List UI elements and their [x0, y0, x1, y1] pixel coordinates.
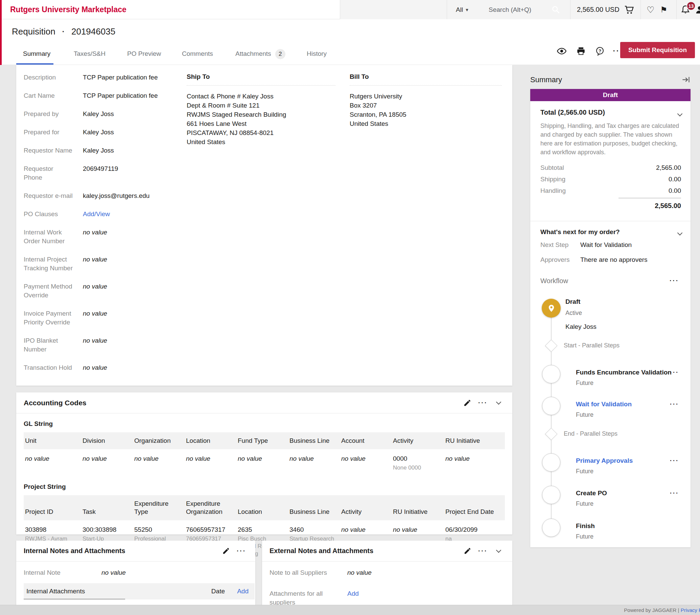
sidebar-summary-header: Summary — [530, 75, 690, 84]
status-badge: Draft — [530, 89, 690, 101]
action-flag-icon[interactable]: ⚑ — [660, 0, 667, 19]
section-divider — [530, 221, 690, 221]
collapse-chevron-icon[interactable] — [493, 546, 503, 556]
workflow-step-more-options-icon[interactable]: ··· — [670, 457, 679, 465]
cart-icon[interactable] — [624, 0, 634, 19]
tab-history[interactable]: History — [307, 44, 327, 65]
ellipsis-glyph: ··· — [670, 490, 679, 496]
accounting-codes-title: Accounting Codes — [24, 399, 457, 407]
field-label: Prepared for — [24, 128, 73, 137]
cart-total[interactable]: 2,565.00 USD — [577, 0, 620, 19]
collapse-panel-arrow-icon[interactable] — [682, 75, 690, 84]
visibility-eye-icon[interactable] — [556, 46, 567, 57]
document-type-label: Requisition — [12, 26, 55, 37]
field-value: 2069497119 — [83, 164, 118, 182]
title-separator: · — [62, 27, 65, 36]
help-icon[interactable]: ? — [595, 46, 605, 57]
page-footer: Powered by JAGGAER | Privacy P — [0, 605, 700, 615]
gl-col-header: Fund Type — [236, 432, 288, 449]
field-value: no value — [83, 336, 107, 354]
workflow-step-more-options-icon[interactable]: ··· — [670, 401, 679, 408]
collapse-chevron-icon[interactable] — [678, 110, 682, 118]
add-attachment-link[interactable]: Add — [225, 588, 249, 595]
gl-cell: no value — [288, 449, 340, 473]
more-options-icon[interactable]: ··· — [478, 546, 488, 556]
sidebar-title: Summary — [530, 75, 682, 84]
user-profile-icon[interactable] — [695, 0, 700, 19]
project-col-header: Expenditure Organization — [185, 495, 236, 520]
internal-notes-title: Internal Notes and Attachments — [24, 547, 215, 555]
suppliers-note-value: no value — [347, 568, 372, 577]
print-icon[interactable] — [576, 46, 586, 57]
project-col-header: Business Line — [288, 495, 340, 520]
task: 300:303898 — [83, 526, 130, 534]
accounting-codes-card: Accounting Codes ··· GL String Unit Divi… — [16, 392, 512, 534]
external-notes-title: External Notes and Attachments — [270, 547, 457, 555]
privacy-policy-link[interactable]: Privacy P — [681, 607, 700, 613]
search-category-label: All — [456, 6, 463, 13]
field-label: Payment Method Override — [24, 282, 73, 300]
internal-note-label: Internal Note — [24, 568, 101, 577]
suppliers-attachments-row: Attachments for all suppliers Add — [262, 577, 512, 607]
search-icon[interactable] — [551, 0, 560, 19]
search-placeholder: Search (Alt+Q) — [489, 6, 531, 13]
field-value: TCP Paper publication fee — [83, 73, 158, 82]
workflow-step-person: Kaley Joss — [565, 323, 597, 331]
project-header-row: Project ID Task Expenditure Type Expendi… — [24, 495, 505, 520]
tab-po-preview[interactable]: PO Preview — [127, 44, 161, 65]
active-tab-indicator — [16, 63, 53, 65]
tab-summary[interactable]: Summary — [23, 44, 50, 65]
date-column-label: Date — [188, 588, 225, 595]
ship-to-section: Ship To Contact & Phone # Kaley Joss Dep… — [187, 73, 336, 147]
project-col-header: RU Initiative — [391, 495, 444, 520]
whats-next-heading: What's next for my order? — [540, 228, 620, 236]
field-value: Kaley Joss — [83, 146, 114, 155]
general-fields: Description TCP Paper publication fee Ca… — [24, 73, 183, 382]
project-col-header: Location — [236, 495, 288, 520]
gl-value-row: no value no value no value no value no v… — [24, 449, 505, 473]
internal-notes-card: Internal Notes and Attachments ··· Inter… — [16, 541, 255, 615]
submit-requisition-button[interactable]: Submit Requisition — [620, 42, 695, 58]
gl-string-table: Unit Division Organization Location Fund… — [24, 432, 505, 473]
brand-logo[interactable]: Rutgers University Marketplace — [10, 0, 126, 19]
workflow-step-link[interactable]: Wait for Validation — [576, 401, 632, 408]
subtotal-label: Subtotal — [540, 164, 564, 172]
field-label: Requestor Name — [24, 146, 73, 155]
bill-to-line: Rutgers University — [350, 92, 502, 101]
po-clauses-add-view-link[interactable]: Add/View — [83, 210, 110, 219]
collapse-chevron-icon[interactable] — [493, 398, 503, 408]
workflow-step-link[interactable]: Primary Approvals — [576, 457, 633, 465]
workflow-step-more-options-icon[interactable]: ··· — [670, 490, 679, 497]
left-accent-stripe — [0, 0, 2, 65]
search-input[interactable]: Search (Alt+Q) — [489, 0, 531, 19]
edit-pencil-icon[interactable] — [462, 398, 472, 408]
project-id: 303898 — [25, 526, 78, 534]
field-internal-project-tracking: Internal Project Tracking Number no valu… — [24, 255, 183, 273]
collapse-chevron-icon[interactable] — [678, 229, 682, 236]
workflow-step-status: Active — [565, 309, 582, 317]
workflow-circle-node — [542, 453, 560, 471]
field-prepared-for: Prepared for Kaley Joss — [24, 128, 183, 137]
project-col-header: Activity — [340, 495, 391, 520]
add-supplier-attachment-link[interactable]: Add — [347, 589, 359, 607]
nav-divider — [640, 0, 641, 19]
footer-text: Powered by JAGGAER | Privacy P — [624, 607, 700, 613]
tab-attachments[interactable]: Attachments2 — [235, 44, 285, 65]
search-category-dropdown[interactable]: All ▾ — [456, 0, 468, 19]
workflow-more-options-icon[interactable]: ··· — [670, 277, 679, 284]
workflow-step-title: Funds Encumbrance Validation — [576, 369, 672, 376]
workflow-step-more-options-icon[interactable]: ··· — [670, 369, 679, 376]
favorites-heart-icon[interactable]: ♡ — [647, 0, 654, 19]
field-label: Cart Name — [24, 91, 73, 100]
svg-text:?: ? — [599, 48, 601, 53]
tab-comments[interactable]: Comments — [182, 44, 213, 65]
more-options-icon[interactable]: ··· — [236, 546, 247, 556]
ship-to-line: Dept & Room # Suite 121 — [187, 101, 336, 110]
tab-taxes-sh[interactable]: Taxes/S&H — [74, 44, 105, 65]
charges-disclaimer: Shipping, Handling, and Tax charges are … — [540, 121, 679, 157]
gl-cell: no value — [24, 449, 81, 473]
more-options-icon[interactable]: ··· — [478, 398, 488, 408]
edit-pencil-icon[interactable] — [221, 546, 231, 556]
next-step-value: Wait for Validation — [580, 241, 632, 249]
edit-pencil-icon[interactable] — [462, 546, 472, 556]
